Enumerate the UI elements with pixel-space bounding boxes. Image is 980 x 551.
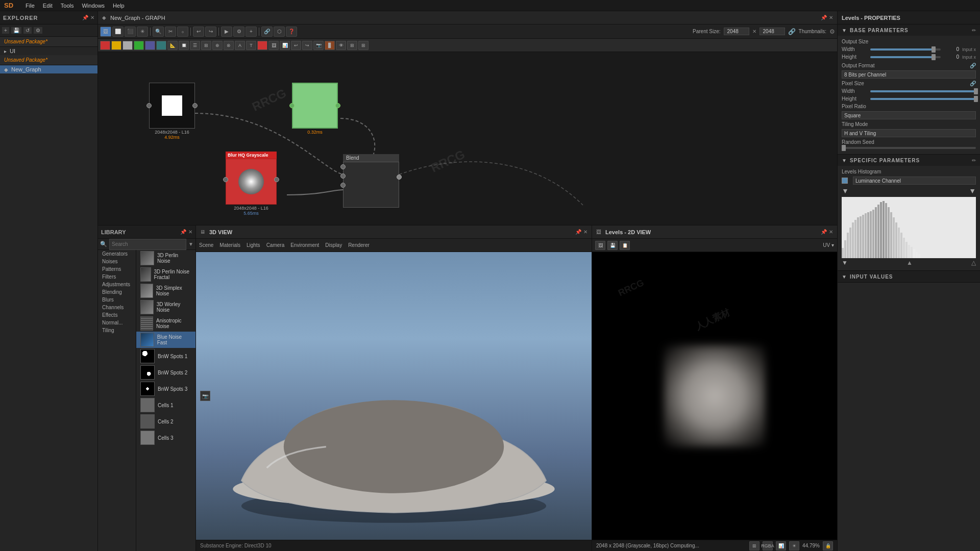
node-blend[interactable]: Blend xyxy=(343,154,399,208)
node-levels[interactable]: 0.32ms xyxy=(292,83,338,135)
width-slider-thumb[interactable] xyxy=(932,46,936,53)
toolbar-btn-4[interactable]: ✳ xyxy=(137,27,148,37)
pixel-width-slider[interactable] xyxy=(870,90,976,92)
toolbar-btn-12[interactable]: + xyxy=(246,27,257,37)
lib-cat-noises[interactable]: Noises xyxy=(98,258,136,265)
node-blend-port-in1[interactable] xyxy=(340,164,346,169)
icon-btn-redo[interactable]: ↪ xyxy=(302,41,312,50)
lib-cat-patterns[interactable]: Patterns xyxy=(98,265,136,273)
lib-item-cells1[interactable]: Cells 1 xyxy=(136,397,195,413)
color-btn-red[interactable] xyxy=(100,41,110,50)
lib-cat-effects[interactable]: Effects xyxy=(98,311,136,319)
view-2d-btn-2[interactable]: 💾 xyxy=(607,241,618,250)
explorer-settings-btn[interactable]: ⚙ xyxy=(34,27,42,34)
toolbar-btn-15[interactable]: ❓ xyxy=(286,27,297,37)
library-close-icon[interactable]: ✕ xyxy=(188,229,192,235)
view-2d-exposure-btn[interactable]: ☀ xyxy=(789,541,799,550)
pixel-width-thumb[interactable] xyxy=(974,88,978,94)
view-3d-canvas[interactable]: 📷 xyxy=(196,252,592,540)
menu-windows[interactable]: Windows xyxy=(82,3,105,9)
toolbar-display[interactable]: Display xyxy=(325,242,342,248)
toolbar-btn-5[interactable]: 🔍 xyxy=(153,27,164,37)
icon-btn-5[interactable]: ⊕ xyxy=(212,41,223,50)
icon-btn-cam[interactable]: 📷 xyxy=(313,41,324,50)
toolbar-btn-14[interactable]: ⬡ xyxy=(274,27,285,37)
icon-btn-undo[interactable]: ↩ xyxy=(291,41,301,50)
uv-label[interactable]: UV ▾ xyxy=(823,242,834,248)
camera-btn-1[interactable]: 📷 xyxy=(200,391,210,401)
icon-btn-7[interactable]: A xyxy=(235,41,245,50)
icon-btn-6[interactable]: ⊗ xyxy=(224,41,234,50)
lib-item-bnw-spots1[interactable]: BnW Spots 1 xyxy=(136,348,195,364)
lib-item-bnw-spots3[interactable]: BnW Spots 3 xyxy=(136,381,195,397)
library-pin-icon[interactable]: 📌 xyxy=(180,229,186,235)
icon-btn-9[interactable]: 🖼 xyxy=(268,41,279,50)
toolbar-environment[interactable]: Environment xyxy=(290,242,319,248)
explorer-save-btn[interactable]: 💾 xyxy=(11,27,21,34)
view-2d-rgba-btn[interactable]: RGBA xyxy=(763,541,773,550)
toolbar-btn-3[interactable]: ⬛ xyxy=(125,27,136,37)
toolbar-lights[interactable]: Lights xyxy=(247,242,260,248)
view-2d-fit-btn[interactable]: ⊞ xyxy=(749,541,760,550)
lib-cat-normal[interactable]: Normal... xyxy=(98,319,136,327)
search-options-icon[interactable]: ▼ xyxy=(188,241,193,247)
lib-cat-tiling[interactable]: Tiling xyxy=(98,327,136,334)
menu-tools[interactable]: Tools xyxy=(61,3,74,9)
toolbar-btn-1[interactable]: 🖼 xyxy=(100,27,111,37)
toolbar-btn-13[interactable]: 🔗 xyxy=(261,27,273,37)
node-blend-port-out[interactable] xyxy=(397,174,402,180)
toolbar-btn-7[interactable]: ⬦ xyxy=(177,27,188,37)
node-blend-port-in3[interactable] xyxy=(340,183,346,188)
graph-pin-icon[interactable]: 📌 xyxy=(821,15,827,20)
graph-canvas[interactable]: 2048x2048 - L16 4.92ms Blur HQ Grayscale… xyxy=(98,52,837,225)
lib-cat-filters[interactable]: Filters xyxy=(98,273,136,281)
channel-input[interactable] xyxy=(853,177,976,185)
view-2d-close-icon[interactable]: ✕ xyxy=(829,229,833,235)
specific-params-edit-icon[interactable]: ✏ xyxy=(972,158,976,163)
node-blend-port-in2[interactable] xyxy=(340,173,346,179)
explorer-item-ui[interactable]: ▸ UI xyxy=(0,47,97,55)
node-levels-port-in[interactable] xyxy=(289,103,295,108)
search-input[interactable] xyxy=(109,239,186,250)
icon-btn-8[interactable]: T xyxy=(246,41,256,50)
lib-cat-blending[interactable]: Blending xyxy=(98,288,136,296)
tiling-mode-input[interactable] xyxy=(842,129,976,137)
histogram-white-arrow[interactable]: △ xyxy=(971,259,976,266)
lib-item-blue-noise[interactable]: Blue Noise Fast xyxy=(136,332,195,348)
icon-btn-fit[interactable]: ⊞ xyxy=(347,41,357,50)
view-3d-pin-icon[interactable]: 📌 xyxy=(575,229,581,235)
input-values-header[interactable]: ▼ INPUT VALUES xyxy=(838,271,980,282)
toolbar-btn-8[interactable]: ↩ xyxy=(193,27,204,37)
color-btn-yellow[interactable] xyxy=(111,41,121,50)
toolbar-materials[interactable]: Materials xyxy=(219,242,240,248)
node-1-port-in[interactable] xyxy=(146,103,152,108)
lib-cat-channels[interactable]: Channels xyxy=(98,304,136,311)
specific-params-header[interactable]: ▼ SPECIFIC PARAMETERS ✏ xyxy=(838,155,980,166)
histogram-right-arrow[interactable]: ▼ xyxy=(969,187,976,195)
view-3d-close-icon[interactable]: ✕ xyxy=(583,229,587,235)
icon-btn-3[interactable]: ☰ xyxy=(190,41,200,50)
node-blur[interactable]: Blur HQ Grayscale 2048x2048 - L16 5.65ms xyxy=(226,152,277,216)
explorer-close-icon[interactable]: ✕ xyxy=(90,15,94,20)
output-format-input[interactable] xyxy=(842,70,976,79)
menu-help[interactable]: Help xyxy=(113,3,125,9)
random-seed-slider[interactable] xyxy=(842,147,976,149)
toolbar-camera[interactable]: Camera xyxy=(266,242,285,248)
toolbar-btn-11[interactable]: ⚙ xyxy=(233,27,244,37)
icon-btn-eye[interactable]: 👁 xyxy=(336,41,346,50)
lib-cat-adjust[interactable]: Adjustments xyxy=(98,281,136,288)
menu-file[interactable]: File xyxy=(26,3,35,9)
node-levels-port-out[interactable] xyxy=(335,103,340,108)
pixel-height-slider[interactable] xyxy=(870,98,976,100)
thumbnails-toggle[interactable]: ⚙ xyxy=(829,28,835,35)
lib-item-cells2[interactable]: Cells 2 xyxy=(136,413,195,430)
lib-cat-generators[interactable]: Generators xyxy=(98,250,136,258)
height-slider-thumb[interactable] xyxy=(932,54,936,60)
pixel-height-thumb[interactable] xyxy=(974,96,978,102)
lib-cat-blurs[interactable]: Blurs xyxy=(98,296,136,304)
view-2d-pin-icon[interactable]: 📌 xyxy=(821,229,827,235)
toolbar-btn-6[interactable]: ✂ xyxy=(165,27,176,37)
graph-close-icon[interactable]: ✕ xyxy=(829,15,833,20)
toolbar-btn-2[interactable]: ⬜ xyxy=(112,27,124,37)
explorer-add-btn[interactable]: + xyxy=(2,27,9,34)
